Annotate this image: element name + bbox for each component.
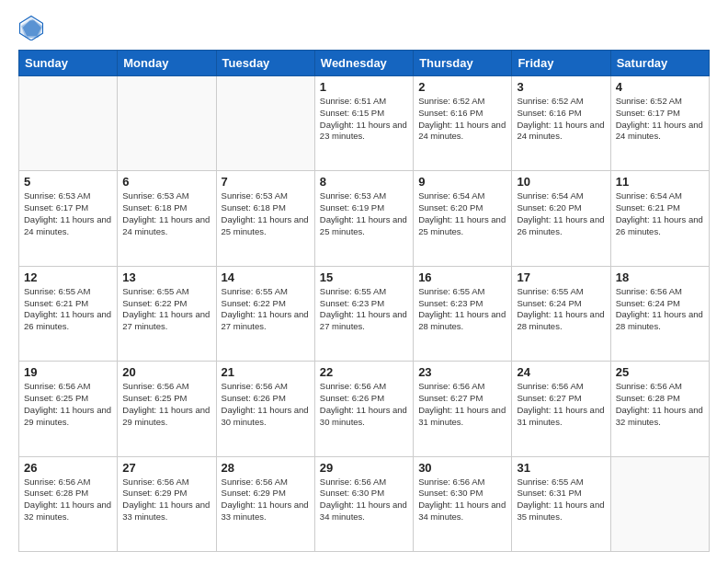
day-info: Sunrise: 6:52 AMSunset: 6:16 PMDaylight:… — [517, 96, 605, 143]
day-number: 28 — [222, 461, 310, 475]
calendar-cell: 22Sunrise: 6:56 AMSunset: 6:26 PMDayligh… — [314, 362, 413, 456]
calendar-cell: 11Sunrise: 6:54 AMSunset: 6:21 PMDayligh… — [610, 171, 709, 266]
day-number: 11 — [616, 175, 704, 189]
calendar-cell — [610, 456, 709, 551]
day-number: 5 — [24, 175, 112, 189]
calendar-week-3: 12Sunrise: 6:55 AMSunset: 6:21 PMDayligh… — [19, 266, 710, 361]
calendar-cell: 4Sunrise: 6:52 AMSunset: 6:17 PMDaylight… — [610, 76, 709, 171]
day-number: 25 — [616, 365, 704, 379]
day-number: 6 — [122, 175, 210, 189]
calendar-week-1: 1Sunrise: 6:51 AMSunset: 6:15 PMDaylight… — [19, 76, 710, 171]
calendar-cell: 21Sunrise: 6:56 AMSunset: 6:26 PMDayligh… — [216, 362, 314, 456]
calendar-cell: 3Sunrise: 6:52 AMSunset: 6:16 PMDaylight… — [512, 76, 610, 171]
day-info: Sunrise: 6:56 AMSunset: 6:25 PMDaylight:… — [122, 381, 210, 428]
calendar-cell: 23Sunrise: 6:56 AMSunset: 6:27 PMDayligh… — [414, 362, 512, 456]
calendar-week-5: 26Sunrise: 6:56 AMSunset: 6:28 PMDayligh… — [19, 456, 710, 551]
weekday-header-wednesday: Wednesday — [314, 51, 413, 76]
day-info: Sunrise: 6:54 AMSunset: 6:21 PMDaylight:… — [616, 190, 704, 237]
calendar-cell: 26Sunrise: 6:56 AMSunset: 6:28 PMDayligh… — [19, 456, 118, 551]
day-number: 7 — [222, 175, 310, 189]
day-number: 15 — [320, 270, 408, 284]
day-number: 10 — [517, 175, 605, 189]
day-info: Sunrise: 6:56 AMSunset: 6:24 PMDaylight:… — [616, 286, 704, 333]
calendar-cell: 13Sunrise: 6:55 AMSunset: 6:22 PMDayligh… — [118, 266, 216, 361]
calendar-cell: 18Sunrise: 6:56 AMSunset: 6:24 PMDayligh… — [610, 266, 709, 361]
day-info: Sunrise: 6:55 AMSunset: 6:23 PMDaylight:… — [418, 286, 506, 333]
calendar-table: SundayMondayTuesdayWednesdayThursdayFrid… — [18, 50, 710, 552]
calendar-cell: 6Sunrise: 6:53 AMSunset: 6:18 PMDaylight… — [118, 171, 216, 266]
day-info: Sunrise: 6:56 AMSunset: 6:25 PMDaylight:… — [24, 381, 112, 428]
day-number: 26 — [24, 461, 112, 475]
calendar-week-4: 19Sunrise: 6:56 AMSunset: 6:25 PMDayligh… — [19, 362, 710, 456]
day-info: Sunrise: 6:56 AMSunset: 6:30 PMDaylight:… — [418, 477, 506, 523]
calendar-cell: 7Sunrise: 6:53 AMSunset: 6:18 PMDaylight… — [216, 171, 314, 266]
day-number: 12 — [24, 270, 112, 284]
calendar-cell: 25Sunrise: 6:56 AMSunset: 6:28 PMDayligh… — [610, 362, 709, 456]
day-info: Sunrise: 6:55 AMSunset: 6:31 PMDaylight:… — [517, 477, 605, 523]
day-number: 21 — [222, 365, 310, 379]
day-number: 1 — [320, 80, 408, 94]
calendar-cell: 31Sunrise: 6:55 AMSunset: 6:31 PMDayligh… — [512, 456, 610, 551]
day-number: 8 — [320, 175, 408, 189]
weekday-header-thursday: Thursday — [414, 51, 512, 76]
day-number: 20 — [122, 365, 210, 379]
day-number: 2 — [418, 80, 506, 94]
calendar-header-row: SundayMondayTuesdayWednesdayThursdayFrid… — [19, 51, 710, 76]
logo — [18, 15, 48, 40]
day-number: 14 — [222, 270, 310, 284]
day-info: Sunrise: 6:56 AMSunset: 6:26 PMDaylight:… — [320, 381, 408, 428]
day-info: Sunrise: 6:56 AMSunset: 6:27 PMDaylight:… — [418, 381, 506, 428]
header — [18, 15, 710, 40]
day-info: Sunrise: 6:55 AMSunset: 6:22 PMDaylight:… — [122, 286, 210, 333]
calendar-cell: 19Sunrise: 6:56 AMSunset: 6:25 PMDayligh… — [19, 362, 118, 456]
day-info: Sunrise: 6:56 AMSunset: 6:28 PMDaylight:… — [616, 381, 704, 428]
calendar-cell: 20Sunrise: 6:56 AMSunset: 6:25 PMDayligh… — [118, 362, 216, 456]
calendar-cell: 16Sunrise: 6:55 AMSunset: 6:23 PMDayligh… — [414, 266, 512, 361]
page: SundayMondayTuesdayWednesdayThursdayFrid… — [0, 0, 728, 563]
day-info: Sunrise: 6:56 AMSunset: 6:29 PMDaylight:… — [122, 477, 210, 523]
calendar-cell — [118, 76, 216, 171]
calendar-cell: 15Sunrise: 6:55 AMSunset: 6:23 PMDayligh… — [314, 266, 413, 361]
day-number: 3 — [517, 80, 605, 94]
day-number: 23 — [418, 365, 506, 379]
calendar-cell — [216, 76, 314, 171]
calendar-cell: 9Sunrise: 6:54 AMSunset: 6:20 PMDaylight… — [414, 171, 512, 266]
calendar-cell: 10Sunrise: 6:54 AMSunset: 6:20 PMDayligh… — [512, 171, 610, 266]
day-number: 9 — [418, 175, 506, 189]
day-number: 19 — [24, 365, 112, 379]
calendar-cell: 30Sunrise: 6:56 AMSunset: 6:30 PMDayligh… — [414, 456, 512, 551]
calendar-cell: 29Sunrise: 6:56 AMSunset: 6:30 PMDayligh… — [314, 456, 413, 551]
logo-icon — [18, 15, 44, 40]
weekday-header-monday: Monday — [118, 51, 216, 76]
day-info: Sunrise: 6:56 AMSunset: 6:28 PMDaylight:… — [24, 477, 112, 523]
calendar-cell: 14Sunrise: 6:55 AMSunset: 6:22 PMDayligh… — [216, 266, 314, 361]
day-number: 4 — [616, 80, 704, 94]
calendar-cell: 24Sunrise: 6:56 AMSunset: 6:27 PMDayligh… — [512, 362, 610, 456]
day-info: Sunrise: 6:52 AMSunset: 6:16 PMDaylight:… — [418, 96, 506, 143]
calendar-cell: 12Sunrise: 6:55 AMSunset: 6:21 PMDayligh… — [19, 266, 118, 361]
day-info: Sunrise: 6:55 AMSunset: 6:24 PMDaylight:… — [517, 286, 605, 333]
day-number: 16 — [418, 270, 506, 284]
day-info: Sunrise: 6:55 AMSunset: 6:23 PMDaylight:… — [320, 286, 408, 333]
day-info: Sunrise: 6:52 AMSunset: 6:17 PMDaylight:… — [616, 96, 704, 143]
calendar-cell: 17Sunrise: 6:55 AMSunset: 6:24 PMDayligh… — [512, 266, 610, 361]
calendar-cell: 8Sunrise: 6:53 AMSunset: 6:19 PMDaylight… — [314, 171, 413, 266]
day-number: 17 — [517, 270, 605, 284]
day-info: Sunrise: 6:53 AMSunset: 6:19 PMDaylight:… — [320, 190, 408, 237]
day-number: 22 — [320, 365, 408, 379]
calendar-cell: 1Sunrise: 6:51 AMSunset: 6:15 PMDaylight… — [314, 76, 413, 171]
day-number: 30 — [418, 461, 506, 475]
day-info: Sunrise: 6:54 AMSunset: 6:20 PMDaylight:… — [418, 190, 506, 237]
calendar-cell: 28Sunrise: 6:56 AMSunset: 6:29 PMDayligh… — [216, 456, 314, 551]
day-info: Sunrise: 6:54 AMSunset: 6:20 PMDaylight:… — [517, 190, 605, 237]
day-info: Sunrise: 6:55 AMSunset: 6:22 PMDaylight:… — [222, 286, 310, 333]
day-info: Sunrise: 6:53 AMSunset: 6:17 PMDaylight:… — [24, 190, 112, 237]
day-info: Sunrise: 6:56 AMSunset: 6:30 PMDaylight:… — [320, 477, 408, 523]
day-info: Sunrise: 6:53 AMSunset: 6:18 PMDaylight:… — [122, 190, 210, 237]
day-info: Sunrise: 6:56 AMSunset: 6:26 PMDaylight:… — [222, 381, 310, 428]
day-number: 13 — [122, 270, 210, 284]
day-info: Sunrise: 6:51 AMSunset: 6:15 PMDaylight:… — [320, 96, 408, 143]
calendar-cell: 5Sunrise: 6:53 AMSunset: 6:17 PMDaylight… — [19, 171, 118, 266]
day-info: Sunrise: 6:56 AMSunset: 6:27 PMDaylight:… — [517, 381, 605, 428]
day-info: Sunrise: 6:56 AMSunset: 6:29 PMDaylight:… — [222, 477, 310, 523]
